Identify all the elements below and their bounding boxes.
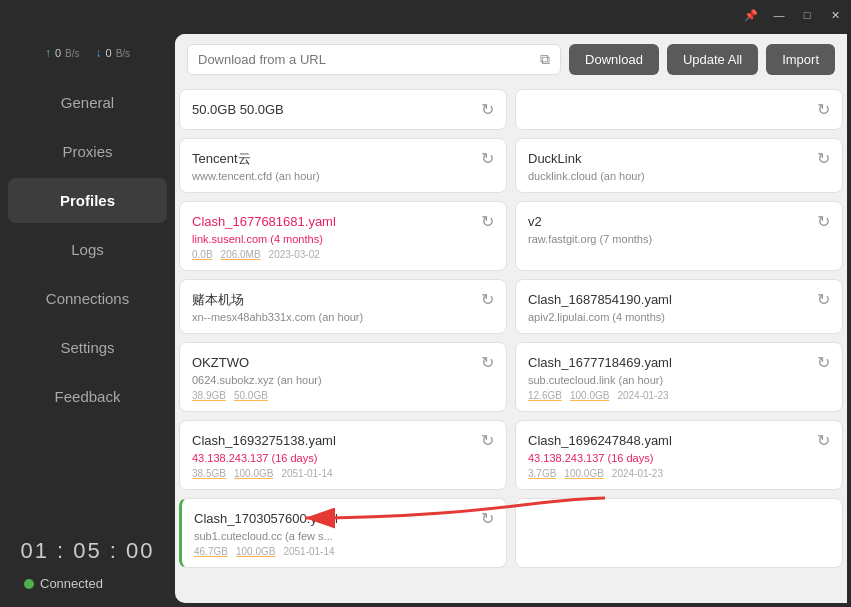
download-unit: B/s (116, 48, 130, 59)
sidebar-item-proxies[interactable]: Proxies (8, 129, 167, 174)
connected-indicator (24, 579, 34, 589)
pin-button[interactable]: 📌 (743, 7, 759, 23)
profile-card-p2[interactable]: ↻ (515, 89, 843, 130)
sidebar-item-profiles[interactable]: Profiles (8, 178, 167, 223)
refresh-icon[interactable]: ↻ (817, 431, 830, 450)
url-input[interactable] (198, 52, 532, 67)
refresh-icon[interactable]: ↻ (481, 431, 494, 450)
profile-card-p1[interactable]: 50.0GB 50.0GB↻ (179, 89, 507, 130)
profile-name: Tencent云 (192, 150, 251, 168)
maximize-button[interactable]: □ (799, 7, 815, 23)
update-all-button[interactable]: Update All (667, 44, 758, 75)
refresh-icon[interactable]: ↻ (481, 353, 494, 372)
profile-card-header: Clash_1703057600.yaml↻ (194, 509, 494, 528)
profile-name: Clash_1693275138.yaml (192, 433, 336, 448)
profile-name: v2 (528, 214, 542, 229)
profile-meta-item: 38.9GB (192, 390, 226, 401)
profile-name: 50.0GB 50.0GB (192, 102, 284, 117)
profile-meta-item: 46.7GB (194, 546, 228, 557)
time-display: 01 : 05 : 00 (16, 538, 159, 564)
profile-name: Clash_1703057600.yaml (194, 511, 338, 526)
refresh-icon[interactable]: ↻ (481, 290, 494, 309)
profile-url: sub.cutecloud.link (an hour) (528, 374, 830, 386)
sidebar-item-general[interactable]: General (8, 80, 167, 125)
refresh-icon[interactable]: ↻ (481, 212, 494, 231)
profile-url: xn--mesx48ahb331x.com (an hour) (192, 311, 494, 323)
profile-card-clash1687854190[interactable]: Clash_1687854190.yaml↻apiv2.lipulai.com … (515, 279, 843, 334)
profile-card-clash1677718469[interactable]: Clash_1677718469.yaml↻sub.cutecloud.link… (515, 342, 843, 412)
close-button[interactable]: ✕ (827, 7, 843, 23)
profile-card-header: Clash_1677681681.yaml↻ (192, 212, 494, 231)
profile-url: apiv2.lipulai.com (4 months) (528, 311, 830, 323)
profile-url: 43.138.243.137 (16 days) (528, 452, 830, 464)
profile-card-clash1703057600[interactable]: Clash_1703057600.yaml↻sub1.cutecloud.cc … (179, 498, 507, 568)
sidebar-item-logs[interactable]: Logs (8, 227, 167, 272)
refresh-icon[interactable]: ↻ (817, 149, 830, 168)
profile-card-clash1677681681[interactable]: Clash_1677681681.yaml↻link.susenl.com (4… (179, 201, 507, 271)
profile-meta-item: 12.6GB (528, 390, 562, 401)
minimize-button[interactable]: — (771, 7, 787, 23)
profile-card-v2[interactable]: v2↻raw.fastgit.org (7 months) (515, 201, 843, 271)
title-bar: 📌 — □ ✕ (0, 0, 851, 30)
sidebar-item-feedback[interactable]: Feedback (8, 374, 167, 419)
profile-meta: 3.7GB100.0GB2024-01-23 (528, 468, 830, 479)
main-content: ⧉ Download Update All Import 50.0GB 50.0… (175, 34, 847, 603)
profile-meta-item: 2051-01-14 (283, 546, 334, 557)
profile-name: DuckLink (528, 151, 581, 166)
refresh-icon[interactable]: ↻ (817, 353, 830, 372)
top-bar: ⧉ Download Update All Import (175, 34, 847, 85)
refresh-icon[interactable]: ↻ (481, 509, 494, 528)
profile-meta-item: 100.0GB (564, 468, 603, 479)
profile-meta-item: 206.0MB (221, 249, 261, 260)
profile-meta-item: 0.0B (192, 249, 213, 260)
profile-meta-item: 2024-01-23 (617, 390, 668, 401)
profile-card-tencent[interactable]: Tencent云↻www.tencent.cfd (an hour) (179, 138, 507, 193)
profile-meta-item: 2023-03-02 (269, 249, 320, 260)
profile-card-clash1693275138[interactable]: Clash_1693275138.yaml↻43.138.243.137 (16… (179, 420, 507, 490)
download-value: 0 (106, 47, 112, 59)
upload-unit: B/s (65, 48, 79, 59)
sidebar-item-connections[interactable]: Connections (8, 276, 167, 321)
upload-arrow-icon: ↑ (45, 46, 51, 60)
profile-url: www.tencent.cfd (an hour) (192, 170, 494, 182)
profile-url: ducklink.cloud (an hour) (528, 170, 830, 182)
sidebar-bottom: 01 : 05 : 00 Connected (0, 526, 175, 607)
profile-meta-item: 38.5GB (192, 468, 226, 479)
profile-card-header: DuckLink↻ (528, 149, 830, 168)
profile-url: link.susenl.com (4 months) (192, 233, 494, 245)
refresh-icon[interactable]: ↻ (481, 100, 494, 119)
profile-name: Clash_1677681681.yaml (192, 214, 336, 229)
profile-card-header: 50.0GB 50.0GB↻ (192, 100, 494, 119)
profile-card-okztwo[interactable]: OKZTWO↻0624.subokz.xyz (an hour)38.9GB50… (179, 342, 507, 412)
profile-meta-item: 2024-01-23 (612, 468, 663, 479)
profile-meta-item: 2051-01-14 (281, 468, 332, 479)
refresh-icon[interactable]: ↻ (481, 149, 494, 168)
copy-icon[interactable]: ⧉ (540, 51, 550, 68)
profile-meta: 38.9GB50.0GB (192, 390, 494, 401)
profile-name: Clash_1677718469.yaml (528, 355, 672, 370)
download-button[interactable]: Download (569, 44, 659, 75)
profile-card-ducklink[interactable]: DuckLink↻ducklink.cloud (an hour) (515, 138, 843, 193)
profile-name: Clash_1687854190.yaml (528, 292, 672, 307)
refresh-icon[interactable]: ↻ (817, 212, 830, 231)
status-text: Connected (40, 576, 103, 591)
profile-card-header: Tencent云↻ (192, 149, 494, 168)
profile-meta-item: 100.0GB (570, 390, 609, 401)
profile-card-header: OKZTWO↻ (192, 353, 494, 372)
profile-card-賭本机场[interactable]: 赌本机场↻xn--mesx48ahb331x.com (an hour) (179, 279, 507, 334)
profile-card-header: v2↻ (528, 212, 830, 231)
refresh-icon[interactable]: ↻ (817, 290, 830, 309)
url-input-wrapper[interactable]: ⧉ (187, 44, 561, 75)
import-button[interactable]: Import (766, 44, 835, 75)
sidebar-item-settings[interactable]: Settings (8, 325, 167, 370)
profile-meta: 38.5GB100.0GB2051-01-14 (192, 468, 494, 479)
refresh-icon[interactable]: ↻ (817, 100, 830, 119)
sidebar-nav: General Proxies Profiles Logs Connection… (0, 80, 175, 526)
profile-meta: 0.0B206.0MB2023-03-02 (192, 249, 494, 260)
profile-card-clash1696247848[interactable]: Clash_1696247848.yaml↻43.138.243.137 (16… (515, 420, 843, 490)
profile-meta-item: 50.0GB (234, 390, 268, 401)
profile-card-header: Clash_1687854190.yaml↻ (528, 290, 830, 309)
profile-url: sub1.cutecloud.cc (a few s... (194, 530, 494, 542)
profile-meta-item: 100.0GB (234, 468, 273, 479)
status-row: Connected (16, 572, 159, 595)
